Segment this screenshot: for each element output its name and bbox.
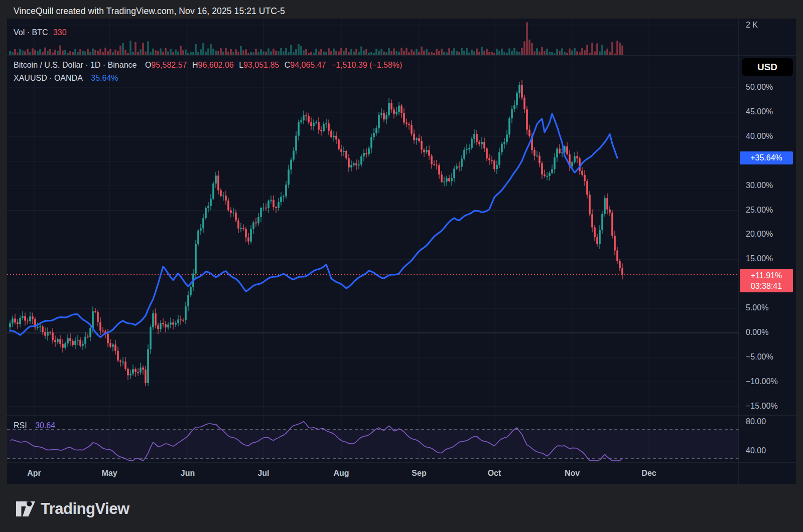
change-value: −1,510.39 (−1.58%) <box>331 61 402 69</box>
page-title: VinceQuill created with TradingView.com,… <box>14 6 285 17</box>
rsi-legend-value: 30.64 <box>35 421 55 430</box>
btc-price-badge-value: +11.91% <box>751 270 782 281</box>
compare-legend[interactable]: XAUUSD · OANDA 35.64% <box>14 74 118 83</box>
time-axis-label-sep: Sep <box>412 469 426 478</box>
high-value: 96,602.06 <box>198 61 234 69</box>
btc-price-countdown-badge: +11.91% 03:38:41 <box>740 269 793 292</box>
time-axis-label-aug: Aug <box>333 469 349 478</box>
volume-legend-value: 330 <box>53 28 67 37</box>
price-axis-label: 25.00% <box>746 206 773 215</box>
high-label: H <box>192 61 198 69</box>
price-axis-label: 0.00% <box>746 328 768 337</box>
time-axis-label-apr: Apr <box>27 469 41 478</box>
price-axis-label: −15.00% <box>746 402 778 411</box>
tradingview-logo-text: TradingView <box>41 500 129 518</box>
time-axis-label-jun: Jun <box>181 469 195 478</box>
rsi-axis-label: 40.00 <box>746 446 766 455</box>
tradingview-logo-icon <box>15 498 36 519</box>
open-label: O <box>145 61 151 69</box>
volume-legend[interactable]: Vol · BTC 330 <box>14 28 67 37</box>
price-axis-label: 45.00% <box>746 107 773 116</box>
symbol-name: Bitcoin / U.S. Dollar · 1D · Binance <box>14 61 137 69</box>
price-axis-label: 40.00% <box>746 132 773 141</box>
rsi-legend-label: RSI <box>14 421 27 430</box>
price-axis-label: 5.00% <box>746 303 768 312</box>
close-label: C <box>285 61 291 69</box>
compare-value: 35.64% <box>91 74 118 82</box>
price-axis-label: −10.00% <box>746 377 778 386</box>
chart-canvas[interactable] <box>0 0 803 532</box>
price-axis-label: 20.00% <box>746 230 773 239</box>
price-axis-label: 50.00% <box>746 83 773 92</box>
rsi-axis-label: 80.00 <box>746 417 766 426</box>
symbol-legend[interactable]: Bitcoin / U.S. Dollar · 1D · Binance O95… <box>14 61 402 70</box>
low-value: 93,051.85 <box>243 61 279 69</box>
time-axis-label-dec: Dec <box>641 469 656 478</box>
rsi-legend[interactable]: RSI 30.64 <box>14 421 55 430</box>
time-axis-label-oct: Oct <box>488 469 501 478</box>
price-axis-label: 30.00% <box>746 181 773 190</box>
volume-axis-label: 2 K <box>746 21 758 30</box>
time-axis-label-may: May <box>101 469 117 478</box>
price-axis-label: 15.00% <box>746 254 773 263</box>
time-axis-label-jul: Jul <box>257 469 269 478</box>
tradingview-logo[interactable]: TradingView <box>15 498 129 519</box>
compare-symbol: XAUUSD · OANDA <box>14 74 83 82</box>
xau-price-badge: +35.64% <box>740 151 793 164</box>
close-value: 94,065.47 <box>290 61 326 69</box>
open-value: 95,582.57 <box>151 61 187 69</box>
volume-legend-label: Vol · BTC <box>14 28 48 37</box>
low-label: L <box>239 61 243 69</box>
tradingview-screenshot: VinceQuill created with TradingView.com,… <box>0 0 803 532</box>
price-axis-label: −5.00% <box>746 352 773 362</box>
countdown-timer: 03:38:41 <box>751 281 782 291</box>
currency-unit-button[interactable]: USD <box>742 58 793 76</box>
time-axis-label-nov: Nov <box>565 469 580 478</box>
